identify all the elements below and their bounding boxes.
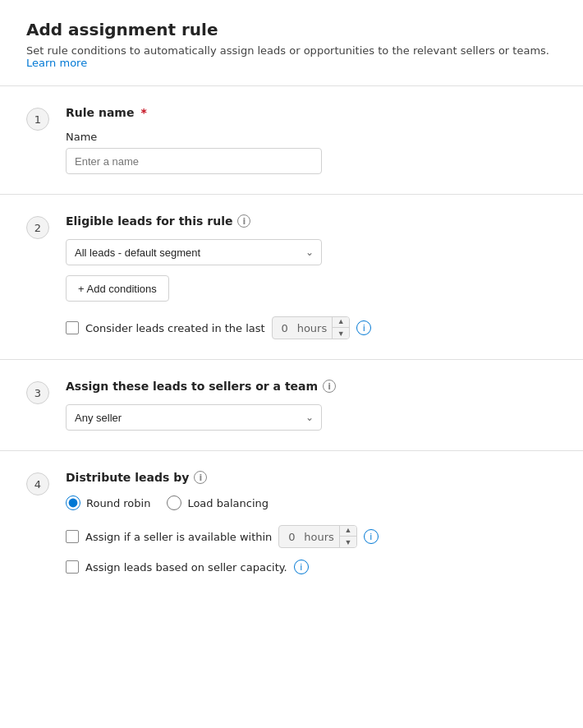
eligible-leads-info-icon[interactable]: i — [237, 214, 250, 228]
consider-leads-checkbox[interactable] — [66, 321, 79, 334]
seller-select-wrapper: Any seller ⌄ — [66, 404, 322, 431]
section-2-number: 2 — [26, 216, 49, 239]
page-title: Add assignment rule — [26, 20, 557, 39]
name-field-label: Name — [66, 131, 557, 143]
segment-select-wrapper: All leads - default segment ⌄ — [66, 239, 322, 265]
seller-hours-input-box: 0 hours ▲ ▼ — [278, 525, 357, 548]
assign-seller-info-icon[interactable]: i — [364, 529, 379, 544]
required-star: * — [140, 106, 146, 119]
seller-select[interactable]: Any seller — [66, 404, 322, 431]
load-balancing-option[interactable]: Load balancing — [167, 495, 269, 510]
section-4-content: Distribute leads by i Round robin Load b… — [66, 471, 557, 574]
section-3-title: Assign these leads to sellers or a team … — [66, 380, 557, 393]
capacity-checkbox[interactable] — [66, 560, 79, 574]
hours-value: 0 — [273, 322, 297, 334]
hours-spinner-controls: ▲ ▼ — [332, 316, 349, 339]
consider-leads-row: Consider leads created in the last 0 hou… — [66, 316, 557, 339]
section-4: 4 Distribute leads by i Round robin Load… — [26, 451, 557, 594]
seller-hours-value: 0 — [279, 531, 304, 543]
distribute-leads-info-icon[interactable]: i — [194, 471, 207, 484]
distribution-radio-group: Round robin Load balancing — [66, 495, 557, 510]
load-balancing-label: Load balancing — [187, 497, 269, 509]
section-1-number: 1 — [26, 108, 49, 131]
section-3-number: 3 — [26, 381, 49, 404]
hours-label: hours — [297, 322, 333, 334]
section-1-title: Rule name * — [66, 106, 557, 119]
load-balancing-radio[interactable] — [167, 495, 181, 510]
capacity-row: Assign leads based on seller capacity. i — [66, 560, 557, 574]
capacity-info-icon[interactable]: i — [294, 560, 309, 574]
page-subtitle: Set rule conditions to automatically ass… — [26, 44, 557, 69]
consider-leads-info-icon[interactable]: i — [356, 320, 371, 335]
section-1: 1 Rule name * Name — [26, 86, 557, 194]
assign-seller-row: Assign if a seller is available within 0… — [66, 525, 557, 548]
assign-leads-info-icon[interactable]: i — [323, 380, 336, 393]
learn-more-link[interactable]: Learn more — [26, 57, 87, 69]
seller-hours-spinner-controls: ▲ ▼ — [339, 525, 356, 548]
section-2-title: Eligible leads for this rule i — [66, 214, 557, 228]
hours-decrement-button[interactable]: ▼ — [333, 328, 349, 339]
seller-hours-increment-button[interactable]: ▲ — [340, 525, 356, 537]
round-robin-option[interactable]: Round robin — [66, 495, 150, 510]
hours-input-box: 0 hours ▲ ▼ — [272, 316, 351, 339]
section-3: 3 Assign these leads to sellers or a tea… — [26, 360, 557, 450]
section-4-title: Distribute leads by i — [66, 471, 557, 484]
rule-name-input[interactable] — [66, 148, 322, 174]
section-2: 2 Eligible leads for this rule i All lea… — [26, 195, 557, 359]
consider-leads-label: Consider leads created in the last — [85, 322, 265, 334]
round-robin-radio[interactable] — [66, 495, 80, 510]
assign-seller-checkbox[interactable] — [66, 530, 79, 543]
section-1-content: Rule name * Name — [66, 106, 557, 174]
hours-increment-button[interactable]: ▲ — [333, 316, 349, 328]
seller-hours-label: hours — [304, 531, 339, 543]
add-conditions-button[interactable]: + Add conditions — [66, 275, 169, 302]
capacity-label: Assign leads based on seller capacity. — [85, 561, 287, 574]
seller-hours-decrement-button[interactable]: ▼ — [340, 537, 356, 548]
section-3-content: Assign these leads to sellers or a team … — [66, 380, 557, 431]
page-container: Add assignment rule Set rule conditions … — [0, 0, 583, 614]
segment-select[interactable]: All leads - default segment — [66, 239, 322, 265]
round-robin-label: Round robin — [86, 497, 150, 509]
section-4-number: 4 — [26, 472, 49, 495]
assign-seller-label: Assign if a seller is available within — [85, 531, 272, 543]
section-2-content: Eligible leads for this rule i All leads… — [66, 214, 557, 339]
